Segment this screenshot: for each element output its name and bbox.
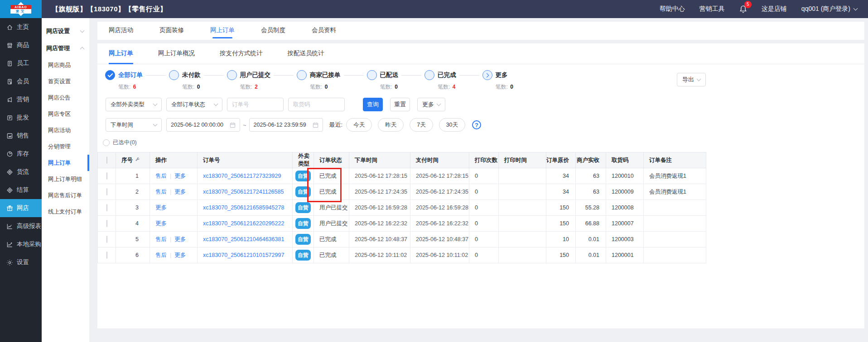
time-field-select[interactable]: 下单时间: [106, 118, 162, 132]
submenu-item[interactable]: 网店专区: [42, 106, 89, 122]
order-no-link[interactable]: xc183070_25061216585945278: [203, 204, 284, 211]
topbar: AIBAO 爱宝 【旗舰版】【183070】【零售行业】 帮助中心 营销工具 5…: [0, 0, 868, 18]
row-checkbox[interactable]: [106, 204, 107, 211]
export-button[interactable]: 导出: [677, 73, 706, 86]
row-checkbox[interactable]: [106, 236, 107, 243]
selected-radio[interactable]: [103, 139, 110, 146]
notifications-button[interactable]: 5: [739, 5, 747, 14]
sidebar-item-3[interactable]: 员工: [0, 54, 42, 72]
action-link-售后[interactable]: 售后: [155, 189, 167, 195]
delivery-type-select[interactable]: 全部外卖类型: [106, 98, 162, 111]
cell-print-count: 0: [469, 232, 499, 247]
order-no-link[interactable]: xc183070_25061210101572997: [203, 252, 284, 258]
order-no-input[interactable]: [227, 98, 284, 111]
step-connector: [146, 75, 166, 76]
tab-网店活动[interactable]: 网店活动: [109, 22, 133, 40]
order-status-select[interactable]: 全部订单状态: [166, 98, 222, 111]
marketing-tools-link[interactable]: 营销工具: [699, 5, 725, 13]
order-status-steps-row: 全部订单 笔数: 6 未付款 笔数: 0 用户已提交 笔数: 2 商家已接单 笔…: [97, 64, 706, 91]
shop-name-link[interactable]: 这是店铺: [762, 5, 787, 13]
submenu-item[interactable]: 网店活动: [42, 122, 89, 138]
submenu-item[interactable]: 线上支付订单: [42, 204, 89, 220]
quick-range-30天[interactable]: 30天: [439, 118, 465, 132]
submenu-item[interactable]: 网上订单: [42, 155, 89, 171]
sidebar-item-14[interactable]: 设置: [0, 253, 42, 271]
step-已完成[interactable]: 已完成 笔数: 4: [424, 70, 456, 91]
row-checkbox[interactable]: [106, 252, 107, 259]
quick-range-昨天[interactable]: 昨天: [378, 118, 404, 132]
tab-会员资料[interactable]: 会员资料: [312, 22, 336, 40]
row-checkbox[interactable]: [106, 220, 107, 227]
sidebar-item-8[interactable]: 库存: [0, 145, 42, 163]
online-orders-panel: 网上订单 网上订单概况 按支付方式统计 按配送员统计 全部订单 笔数: 6 未付…: [97, 43, 864, 328]
tab-页面装修[interactable]: 页面装修: [159, 22, 184, 40]
tab-按配送员统计[interactable]: 按配送员统计: [288, 43, 324, 64]
tab-网上订单[interactable]: 网上订单: [109, 43, 133, 64]
aibao-logo[interactable]: AIBAO 爱宝: [0, 0, 42, 18]
help-center-link[interactable]: 帮助中心: [660, 5, 685, 13]
date-from-input[interactable]: 2025-06-12 00:00:00: [166, 118, 240, 132]
action-link-售后[interactable]: 售后: [155, 252, 167, 258]
step-用户已提交[interactable]: 用户已提交 笔数: 2: [227, 70, 271, 91]
date-to-input[interactable]: 2025-06-12 23:59:59: [249, 118, 323, 132]
submenu-item[interactable]: 网店售后订单: [42, 187, 89, 204]
action-link-更多[interactable]: 更多: [174, 252, 186, 258]
sidebar-item-5[interactable]: 营销: [0, 90, 42, 109]
cell-order-remark: 会员消费返现1: [644, 168, 706, 184]
account-menu[interactable]: qq001 (商户登录): [801, 5, 857, 13]
action-link-更多[interactable]: 更多: [155, 204, 167, 211]
row-checkbox[interactable]: [106, 172, 107, 180]
sidebar-item-4[interactable]: 会员: [0, 72, 42, 90]
sidebar-item-1[interactable]: 主页: [0, 18, 42, 36]
step-已配送[interactable]: 已配送 笔数: 0: [367, 70, 399, 91]
sidebar-item-9[interactable]: 货流: [0, 163, 42, 181]
search-button[interactable]: 查询: [363, 98, 383, 111]
sidebar-item-11[interactable]: 网店: [0, 199, 42, 217]
sidebar-item-6[interactable]: 批发: [0, 109, 42, 127]
step-全部订单[interactable]: 全部订单 笔数: 6: [105, 70, 143, 91]
submenu-item[interactable]: 分销管理: [42, 138, 89, 155]
tab-网上订单概况[interactable]: 网上订单概况: [158, 43, 195, 64]
order-no-link[interactable]: xc183070_25061210464636381: [203, 236, 284, 242]
submenu-item[interactable]: 网上订单明细: [42, 171, 89, 187]
quick-range-今天[interactable]: 今天: [346, 118, 372, 132]
action-link-售后[interactable]: 售后: [155, 173, 167, 179]
tab-会员制度[interactable]: 会员制度: [261, 22, 285, 40]
column-settings-wrench-icon[interactable]: [135, 157, 140, 162]
sidebar-item-2[interactable]: 商品: [0, 36, 42, 54]
reset-button[interactable]: 重置: [390, 98, 410, 111]
sidebar-item-13[interactable]: 本地采购: [0, 235, 42, 253]
submenu-item[interactable]: 网店公告: [42, 90, 89, 106]
action-link-更多[interactable]: 更多: [155, 220, 167, 227]
tab-网上订单[interactable]: 网上订单: [210, 22, 235, 40]
more-label: 更多: [422, 100, 434, 109]
step-more-circle-icon: [482, 70, 492, 80]
row-checkbox[interactable]: [106, 188, 107, 195]
action-link-更多[interactable]: 更多: [174, 236, 186, 242]
submenu-item[interactable]: 首页设置: [42, 73, 89, 90]
tab-按支付方式统计[interactable]: 按支付方式统计: [220, 43, 263, 64]
quick-range-7天[interactable]: 7天: [410, 118, 433, 132]
pickup-code-input[interactable]: [288, 98, 345, 111]
step-更多[interactable]: 更多 笔数: 0: [482, 70, 513, 91]
submenu-group-1[interactable]: 网店设置: [42, 23, 89, 40]
calendar-icon: [313, 122, 318, 128]
sidebar-item-10[interactable]: 结算: [0, 181, 42, 199]
sidebar-item-7[interactable]: 销售: [0, 127, 42, 145]
action-link-更多[interactable]: 更多: [174, 173, 186, 179]
select-all-checkbox[interactable]: [106, 157, 107, 164]
sidebar-item-12[interactable]: 高级报表: [0, 217, 42, 235]
help-icon[interactable]: ?: [472, 120, 481, 129]
order-no-link[interactable]: xc183070_25061216220295222: [203, 220, 284, 227]
submenu-group-2[interactable]: 网店管理: [42, 40, 89, 57]
action-link-更多[interactable]: 更多: [174, 189, 186, 195]
sidebar-item-label: 高级报表: [17, 222, 41, 230]
step-connector: [344, 75, 364, 76]
action-link-售后[interactable]: 售后: [155, 236, 167, 242]
more-actions-button[interactable]: 更多: [417, 98, 445, 111]
step-商家已接单[interactable]: 商家已接单 笔数: 0: [297, 70, 341, 91]
order-no-link[interactable]: xc183070_2506121727323929: [203, 173, 281, 179]
order-no-link[interactable]: xc183070_25061217241126585: [203, 189, 284, 195]
step-未付款[interactable]: 未付款 笔数: 0: [169, 70, 201, 91]
submenu-item[interactable]: 网店商品: [42, 57, 89, 73]
